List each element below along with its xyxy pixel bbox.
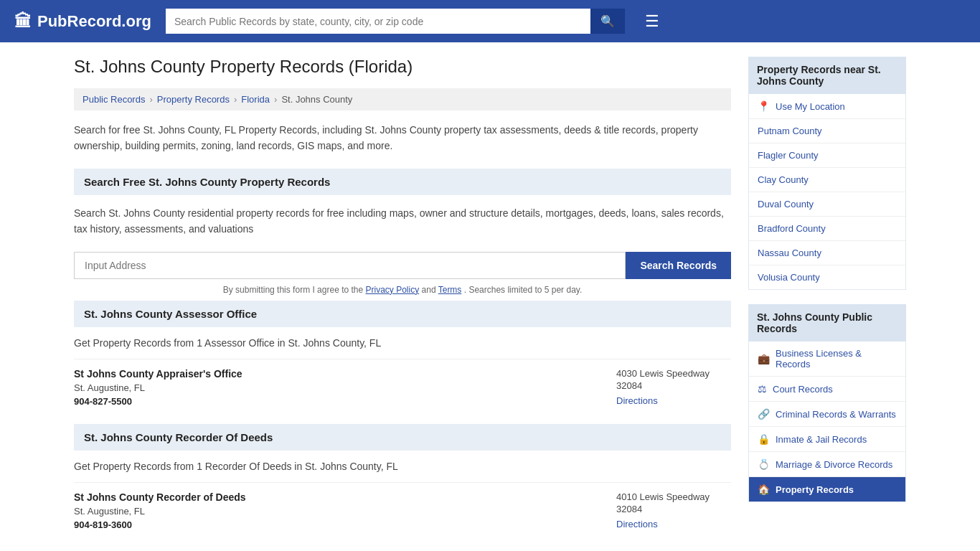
terms-link[interactable]: Terms bbox=[438, 285, 462, 295]
search-icon: 🔍 bbox=[600, 15, 615, 27]
sidebar-county-nassau[interactable]: Nassau County bbox=[749, 241, 905, 265]
nearby-section: Property Records near St. Johns County 📍… bbox=[748, 57, 906, 290]
site-header: 🏛 PubRecord.org 🔍 ☰ bbox=[0, 0, 980, 42]
logo-text: PubRecord.org bbox=[37, 12, 151, 31]
public-records-section: St. Johns County Public Records 💼 Busine… bbox=[748, 304, 906, 502]
recorder-office-phone: 904-819-3600 bbox=[74, 519, 602, 530]
duval-county-link[interactable]: Duval County bbox=[749, 192, 905, 216]
briefcase-icon: 💼 bbox=[758, 353, 770, 364]
recorder-office-name: St Johns County Recorder of Deeds bbox=[74, 491, 602, 503]
property-records-active[interactable]: 🏠 Property Records bbox=[749, 477, 905, 501]
criminal-records-link[interactable]: 🔗 Criminal Records & Warrants bbox=[749, 402, 905, 426]
recorder-office-city: St. Augustine, FL bbox=[74, 506, 602, 517]
main-container: St. Johns County Property Records (Flori… bbox=[60, 42, 920, 551]
sidebar-county-volusia[interactable]: Volusia County bbox=[749, 265, 905, 289]
public-records-marriage[interactable]: 💍 Marriage & Divorce Records bbox=[749, 452, 905, 477]
sidebar-county-clay[interactable]: Clay County bbox=[749, 168, 905, 192]
breadcrumb-current: St. Johns County bbox=[281, 94, 352, 105]
site-logo[interactable]: 🏛 PubRecord.org bbox=[14, 11, 151, 32]
assessor-office-name: St Johns County Appraiser's Office bbox=[74, 368, 602, 380]
search-records-button[interactable]: Search Records bbox=[626, 252, 731, 279]
assessor-directions-link[interactable]: Directions bbox=[616, 395, 658, 406]
nearby-section-title: Property Records near St. Johns County bbox=[748, 57, 906, 94]
court-records-label: Court Records bbox=[773, 384, 833, 395]
assessor-section-header: St. Johns County Assessor Office bbox=[74, 301, 731, 327]
public-records-section-title: St. Johns County Public Records bbox=[748, 304, 906, 342]
menu-icon: ☰ bbox=[645, 12, 659, 30]
search-form-row: Search Records bbox=[74, 252, 731, 279]
clay-county-link[interactable]: Clay County bbox=[749, 168, 905, 192]
use-location-item[interactable]: 📍 Use My Location bbox=[749, 94, 905, 119]
recorder-directions-link[interactable]: Directions bbox=[616, 519, 658, 529]
page-title: St. Johns County Property Records (Flori… bbox=[74, 57, 731, 77]
disclaimer-text: By submitting this form I agree to the bbox=[223, 285, 363, 295]
search-section-header: Search Free St. Johns County Property Re… bbox=[74, 169, 731, 195]
assessor-description: Get Property Records from 1 Assessor Off… bbox=[74, 337, 731, 349]
menu-button[interactable]: ☰ bbox=[645, 12, 659, 31]
recorder-office-address: 4010 Lewis Speedway 32084 Directions bbox=[616, 491, 731, 530]
breadcrumb-sep-3: › bbox=[274, 94, 277, 105]
criminal-records-label: Criminal Records & Warrants bbox=[776, 409, 896, 420]
public-records-criminal[interactable]: 🔗 Criminal Records & Warrants bbox=[749, 402, 905, 427]
recorder-office-info: St Johns County Recorder of Deeds St. Au… bbox=[74, 491, 602, 530]
recorder-zip: 32084 bbox=[616, 504, 731, 514]
public-records-inmate[interactable]: 🔒 Inmate & Jail Records bbox=[749, 427, 905, 452]
global-search-button[interactable]: 🔍 bbox=[590, 9, 625, 34]
inmate-records-label: Inmate & Jail Records bbox=[776, 434, 867, 445]
link-icon: 🔗 bbox=[758, 408, 770, 420]
court-records-link[interactable]: ⚖ Court Records bbox=[749, 377, 905, 401]
assessor-section: St. Johns County Assessor Office Get Pro… bbox=[74, 301, 731, 407]
breadcrumb-sep-2: › bbox=[234, 94, 237, 105]
assessor-office-city: St. Augustine, FL bbox=[74, 382, 602, 393]
privacy-policy-link[interactable]: Privacy Policy bbox=[366, 285, 420, 295]
recorder-description: Get Property Records from 1 Recorder Of … bbox=[74, 461, 731, 472]
flagler-county-link[interactable]: Flagler County bbox=[749, 143, 905, 167]
scales-icon: ⚖ bbox=[758, 383, 767, 395]
breadcrumb-property-records[interactable]: Property Records bbox=[157, 94, 230, 105]
page-description: Search for free St. Johns County, FL Pro… bbox=[74, 122, 731, 154]
recorder-street: 4010 Lewis Speedway bbox=[616, 491, 731, 502]
breadcrumb-sep-1: › bbox=[149, 94, 152, 105]
sidebar-county-flagler[interactable]: Flagler County bbox=[749, 143, 905, 168]
form-disclaimer: By submitting this form I agree to the P… bbox=[74, 285, 731, 295]
lock-icon: 🔒 bbox=[758, 433, 770, 445]
business-records-link[interactable]: 💼 Business Licenses & Records bbox=[749, 342, 905, 376]
business-records-label: Business Licenses & Records bbox=[776, 348, 897, 369]
logo-icon: 🏛 bbox=[14, 11, 32, 32]
home-icon: 🏠 bbox=[758, 484, 770, 495]
assessor-street: 4030 Lewis Speedway bbox=[616, 368, 731, 379]
rings-icon: 💍 bbox=[758, 458, 770, 470]
nearby-counties-list: 📍 Use My Location Putnam County Flagler … bbox=[748, 94, 906, 290]
inmate-records-link[interactable]: 🔒 Inmate & Jail Records bbox=[749, 427, 905, 451]
sidebar: Property Records near St. Johns County 📍… bbox=[748, 57, 906, 547]
disclaimer-limit: . Searches limited to 5 per day. bbox=[464, 285, 583, 295]
putnam-county-link[interactable]: Putnam County bbox=[749, 119, 905, 143]
assessor-office-info: St Johns County Appraiser's Office St. A… bbox=[74, 368, 602, 407]
address-input[interactable] bbox=[74, 252, 626, 279]
volusia-county-link[interactable]: Volusia County bbox=[749, 265, 905, 289]
search-description: Search St. Johns County residential prop… bbox=[74, 205, 731, 237]
breadcrumb-public-records[interactable]: Public Records bbox=[83, 94, 145, 105]
sidebar-county-putnam[interactable]: Putnam County bbox=[749, 119, 905, 143]
bradford-county-link[interactable]: Bradford County bbox=[749, 217, 905, 240]
recorder-office-card: St Johns County Recorder of Deeds St. Au… bbox=[74, 482, 731, 530]
assessor-zip: 32084 bbox=[616, 380, 731, 391]
marriage-records-link[interactable]: 💍 Marriage & Divorce Records bbox=[749, 452, 905, 476]
public-records-business[interactable]: 💼 Business Licenses & Records bbox=[749, 342, 905, 377]
global-search-input[interactable] bbox=[166, 9, 590, 34]
content-area: St. Johns County Property Records (Flori… bbox=[74, 57, 731, 547]
sidebar-county-bradford[interactable]: Bradford County bbox=[749, 217, 905, 241]
marriage-records-label: Marriage & Divorce Records bbox=[776, 459, 892, 470]
search-form-area: Search Records By submitting this form I… bbox=[74, 252, 731, 295]
sidebar-county-duval[interactable]: Duval County bbox=[749, 192, 905, 217]
assessor-office-card: St Johns County Appraiser's Office St. A… bbox=[74, 359, 731, 407]
public-records-court[interactable]: ⚖ Court Records bbox=[749, 377, 905, 402]
breadcrumb-florida[interactable]: Florida bbox=[241, 94, 270, 105]
nassau-county-link[interactable]: Nassau County bbox=[749, 241, 905, 265]
recorder-section-header: St. Johns County Recorder Of Deeds bbox=[74, 424, 731, 451]
disclaimer-and: and bbox=[422, 285, 436, 295]
public-records-property[interactable]: 🏠 Property Records bbox=[749, 477, 905, 501]
global-search-form: 🔍 bbox=[166, 9, 625, 34]
assessor-office-address: 4030 Lewis Speedway 32084 Directions bbox=[616, 368, 731, 407]
location-pin-icon: 📍 bbox=[758, 100, 770, 112]
